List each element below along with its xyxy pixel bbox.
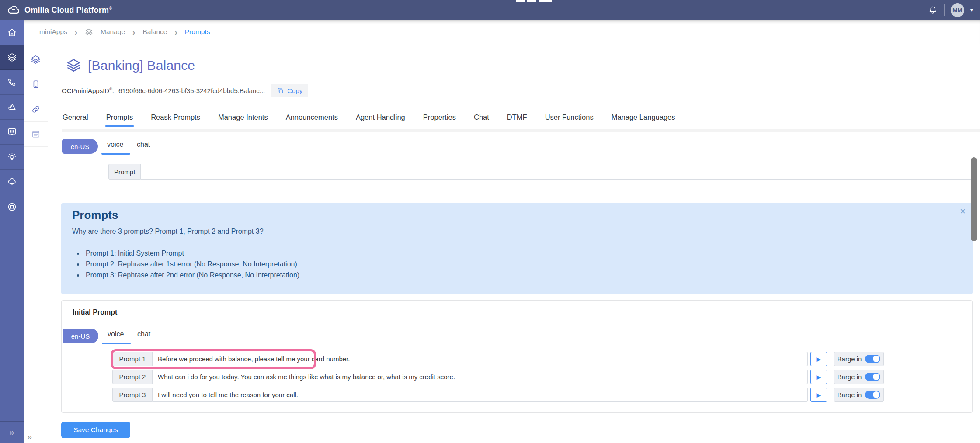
barge-in-label: Barge in	[838, 391, 862, 398]
window-notch	[527, 0, 536, 2]
sidebar-item-deployments[interactable]	[0, 170, 24, 194]
brand-name: Omilia Cloud Platform®	[24, 6, 112, 15]
tab-announcements[interactable]: Announcements	[285, 112, 339, 126]
smartphone-icon	[31, 80, 41, 89]
voice-subtab[interactable]: voice	[108, 330, 124, 338]
barge-in-switch[interactable]	[865, 373, 880, 381]
tab-agent-handling[interactable]: Agent Handling	[355, 112, 406, 126]
play-icon: ▶	[817, 374, 821, 380]
initial-prompt-heading: Initial Prompt	[73, 308, 117, 316]
play-button[interactable]: ▶	[810, 388, 827, 402]
barge-in-label: Barge in	[838, 373, 862, 381]
tab-reask-prompts[interactable]: Reask Prompts	[150, 112, 201, 126]
page-title: [Banking] Balance	[88, 58, 195, 73]
layers-icon	[7, 52, 17, 62]
cloud-logo-icon	[6, 3, 19, 17]
miniapp-id-value: 6190f66c-6d06-4263-bf35-3242fcd4bbd5.Bal…	[118, 87, 265, 94]
info-box-title: Prompts	[72, 208, 118, 222]
play-button[interactable]: ▶	[810, 352, 827, 366]
active-subtab-underline	[101, 153, 130, 155]
subsidebar-item-miniapps[interactable]	[24, 47, 48, 72]
voice-subtab[interactable]: voice	[107, 141, 123, 149]
tab-chat[interactable]: Chat	[473, 112, 490, 126]
tab-user-functions[interactable]: User Functions	[544, 112, 594, 126]
sidebar-item-support[interactable]	[0, 194, 24, 219]
prompt-1-input[interactable]	[153, 352, 808, 366]
miniapp-layers-icon	[66, 58, 81, 73]
breadcrumb-balance[interactable]: Balance	[142, 28, 167, 36]
window-notch	[516, 0, 525, 2]
sidebar-item-insights[interactable]	[0, 145, 24, 170]
play-icon: ▶	[817, 392, 821, 398]
prompt-field-label: Prompt	[108, 164, 141, 180]
window-notch	[539, 0, 552, 2]
barge-in-toggle-group[interactable]: Barge in	[834, 370, 884, 384]
chevron-right-icon: ›	[75, 28, 77, 36]
prompt-input[interactable]	[141, 164, 973, 180]
prompt-row-1: Prompt 1 ▶ Barge in	[112, 352, 884, 366]
account-caret-icon[interactable]: ▾	[970, 7, 973, 13]
close-icon[interactable]: ×	[960, 207, 966, 216]
lightbulb-icon	[7, 152, 17, 162]
info-bullet: Prompt 3: Rephrase after 2nd error (No R…	[84, 271, 299, 279]
subsidebar-item-logs[interactable]	[24, 122, 48, 147]
prompt-2-input[interactable]	[153, 370, 808, 384]
prompt-1-label: Prompt 1	[112, 352, 153, 366]
tab-manage-languages[interactable]: Manage Languages	[611, 112, 676, 126]
breadcrumb-miniapps[interactable]: miniApps	[39, 28, 67, 36]
prompt-2-label: Prompt 2	[112, 370, 153, 384]
tab-manage-intents[interactable]: Manage Intents	[217, 112, 269, 126]
sidebar-item-miniapps[interactable]	[0, 45, 24, 70]
breadcrumb-prompts[interactable]: Prompts	[185, 28, 210, 36]
triangle-ruler-icon	[7, 102, 17, 112]
breadcrumb: miniApps › Manage › Balance › Prompts	[24, 20, 980, 44]
topbar-divider	[944, 4, 945, 16]
subsidebar-item-devices[interactable]	[24, 72, 48, 97]
chat-subtab[interactable]: chat	[137, 330, 150, 338]
chat-bars-icon	[7, 127, 17, 137]
registered-mark: ®	[109, 6, 112, 10]
prompt-row-3: Prompt 3 ▶ Barge in	[112, 388, 884, 402]
language-pill[interactable]: en-US	[63, 329, 98, 343]
tab-general[interactable]: General	[62, 112, 89, 126]
sidebar-item-analytics[interactable]	[0, 95, 24, 120]
cloud-icon	[7, 177, 17, 187]
barge-in-switch[interactable]	[865, 355, 880, 363]
layers-icon	[31, 55, 41, 65]
window-article-icon	[31, 129, 41, 139]
sidebar-collapse-chevron[interactable]: »	[0, 421, 24, 443]
info-bullet: Prompt 1: Initial System Prompt	[84, 249, 299, 257]
barge-in-toggle-group[interactable]: Barge in	[834, 388, 884, 402]
avatar[interactable]: MM	[951, 3, 964, 17]
vertical-scrollbar-thumb[interactable]	[971, 157, 977, 241]
section-divider	[101, 325, 101, 413]
save-changes-button[interactable]: Save Changes	[61, 422, 130, 438]
sidebar-item-dialogs[interactable]	[0, 120, 24, 145]
main-content: [Banking] Balance OCPminiAppsID®: 6190f6…	[48, 44, 980, 443]
tab-prompts[interactable]: Prompts	[105, 112, 134, 126]
sidebar-item-home[interactable]	[0, 20, 24, 45]
copy-button[interactable]: Copy	[271, 84, 308, 97]
sidebar-item-telephony[interactable]	[0, 70, 24, 95]
miniapp-id-label: OCPminiAppsID®:	[62, 87, 114, 94]
bell-icon[interactable]	[928, 5, 938, 15]
subsidebar-collapse-chevron[interactable]: »	[27, 432, 32, 442]
barge-in-toggle-group[interactable]: Barge in	[834, 352, 884, 366]
breadcrumb-manage[interactable]: Manage	[101, 28, 125, 36]
home-icon	[7, 28, 17, 38]
lifebuoy-icon	[7, 202, 17, 212]
chat-subtab[interactable]: chat	[137, 141, 150, 149]
prompt-row-2: Prompt 2 ▶ Barge in	[112, 370, 884, 384]
info-box-divider	[72, 242, 962, 242]
copy-icon	[277, 87, 284, 94]
play-button[interactable]: ▶	[810, 370, 827, 384]
tab-dtmf[interactable]: DTMF	[506, 112, 528, 126]
secondary-sidebar	[24, 44, 48, 429]
prompt-3-input[interactable]	[153, 388, 808, 402]
miniapp-tabs: General Prompts Reask Prompts Manage Int…	[62, 112, 676, 126]
subsidebar-item-links[interactable]	[24, 97, 48, 122]
language-pill[interactable]: en-US	[62, 139, 98, 154]
barge-in-switch[interactable]	[865, 391, 880, 399]
info-box-bullets: Prompt 1: Initial System Prompt Prompt 2…	[84, 249, 299, 282]
tab-properties[interactable]: Properties	[422, 112, 457, 126]
